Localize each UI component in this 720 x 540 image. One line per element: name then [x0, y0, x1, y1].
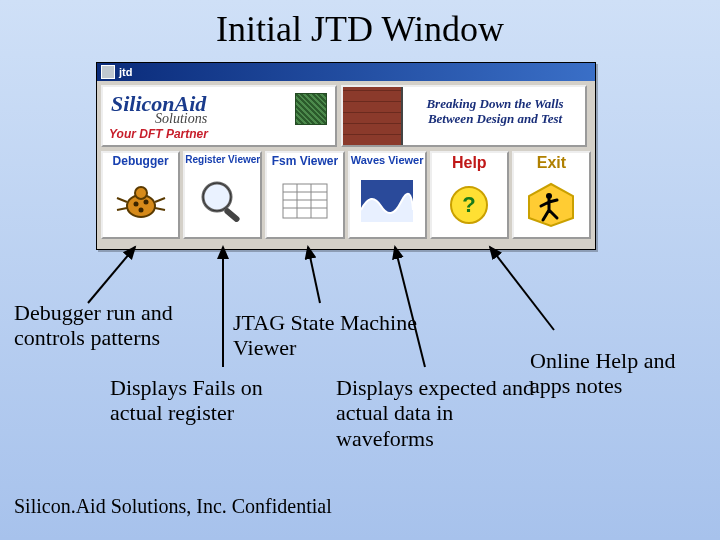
- svg-line-5: [155, 208, 165, 210]
- svg-point-7: [143, 200, 148, 205]
- jtd-window: jtd SiliconAid Solutions Your DFT Partne…: [96, 62, 596, 250]
- annotation-fsm: JTAG State Machine Viewer: [233, 310, 423, 361]
- help-label: Help: [452, 155, 487, 171]
- debugger-label: Debugger: [113, 155, 169, 167]
- svg-line-4: [155, 198, 165, 202]
- window-title-text: jtd: [119, 66, 132, 78]
- annotation-waves: Displays expected and actual data in wav…: [336, 375, 536, 451]
- help-icon: ?: [435, 173, 504, 233]
- table-icon: [270, 169, 339, 233]
- slogan-panel: Breaking Down the Walls Between Design a…: [341, 85, 587, 147]
- window-titlebar[interactable]: jtd: [97, 63, 595, 81]
- footer-text: Silicon.Aid Solutions, Inc. Confidential: [14, 495, 332, 518]
- svg-point-8: [138, 208, 143, 213]
- svg-marker-21: [529, 184, 573, 226]
- register-viewer-label: Register Viewer: [185, 155, 260, 165]
- annotation-regview: Displays Fails on actual register: [110, 375, 310, 426]
- brand-sub: Solutions: [155, 111, 207, 127]
- exit-icon: [517, 173, 586, 233]
- svg-text:?: ?: [463, 192, 476, 217]
- wave-icon: [353, 168, 422, 233]
- slogan-text: Breaking Down the Walls Between Design a…: [411, 97, 579, 127]
- slide-title: Initial JTD Window: [0, 0, 720, 50]
- svg-point-6: [133, 202, 138, 207]
- waves-viewer-label: Waves Viewer: [351, 155, 424, 166]
- exit-label: Exit: [537, 155, 566, 171]
- svg-line-2: [117, 198, 127, 202]
- help-button[interactable]: Help ?: [430, 151, 509, 239]
- bug-icon: [106, 169, 175, 233]
- button-bar: Debugger Register Vi: [101, 151, 591, 239]
- brand-tagline: Your DFT Partner: [109, 127, 208, 141]
- waves-viewer-button[interactable]: Waves Viewer: [348, 151, 427, 239]
- chip-icon: [295, 93, 327, 125]
- debugger-button[interactable]: Debugger: [101, 151, 180, 239]
- logo-panel: SiliconAid Solutions Your DFT Partner: [101, 85, 337, 147]
- logo-bar: SiliconAid Solutions Your DFT Partner Br…: [101, 85, 591, 147]
- register-viewer-button[interactable]: Register Viewer: [183, 151, 262, 239]
- fsm-viewer-button[interactable]: Fsm Viewer: [265, 151, 344, 239]
- exit-button[interactable]: Exit: [512, 151, 591, 239]
- svg-point-1: [135, 187, 147, 199]
- svg-line-24: [88, 247, 135, 303]
- magnifier-icon: [188, 167, 257, 233]
- svg-line-3: [117, 208, 127, 210]
- brick-wall-icon: [343, 87, 403, 145]
- svg-line-28: [490, 247, 554, 330]
- annotation-debugger: Debugger run and controls patterns: [14, 300, 174, 351]
- svg-rect-11: [223, 207, 241, 223]
- window-icon: [101, 65, 115, 79]
- svg-rect-12: [283, 184, 327, 218]
- svg-line-26: [308, 247, 320, 303]
- annotation-help: Online Help and apps notes: [530, 348, 710, 399]
- fsm-viewer-label: Fsm Viewer: [272, 155, 338, 167]
